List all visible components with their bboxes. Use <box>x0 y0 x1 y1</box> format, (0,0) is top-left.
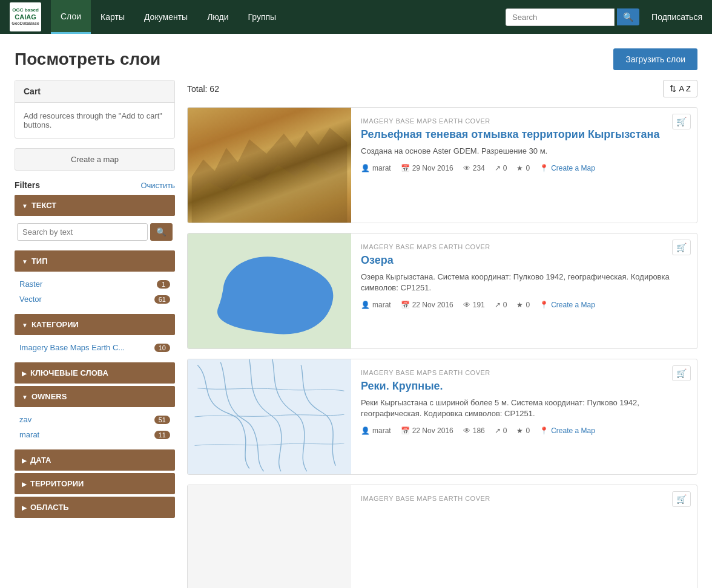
filter-date-section: ДАТА <box>15 449 175 471</box>
filter-type-section: ТИП Raster 1 Vector 61 <box>15 250 175 312</box>
layer-info: IMAGERY BASE MAPS EARTH COVER Рельефная … <box>351 108 697 223</box>
add-to-cart-button[interactable]: 🛒 <box>672 491 691 507</box>
vector-filter-link[interactable]: Vector <box>19 295 42 304</box>
meta-date: 📅 29 Nov 2016 <box>401 164 453 172</box>
layer-thumbnail <box>188 234 351 348</box>
layer-card: IMAGERY BASE MAPS EARTH COVER 🛒 <box>187 485 697 588</box>
filter-keywords-header[interactable]: КЛЮЧЕВЫЕ СЛОВА <box>15 362 175 384</box>
meta-shares: ↗ 0 <box>495 164 507 172</box>
imagery-count-badge: 10 <box>154 344 170 352</box>
raster-filter-link[interactable]: Raster <box>19 279 42 289</box>
add-to-cart-button[interactable]: 🛒 <box>672 365 691 381</box>
clear-filters-link[interactable]: Очистить <box>140 181 175 190</box>
layer-category: IMAGERY BASE MAPS EARTH COVER <box>361 117 687 125</box>
add-to-cart-button[interactable]: 🛒 <box>672 240 691 255</box>
user-icon: 👤 <box>361 164 370 172</box>
zav-count-badge: 51 <box>154 416 170 424</box>
filter-categories-header[interactable]: КАТЕГОРИИ <box>15 314 175 335</box>
nav-links: Слои Карты Документы Люди Группы <box>51 0 286 34</box>
nav-people[interactable]: Люди <box>197 0 238 34</box>
filter-territories-header[interactable]: ТЕРРИТОРИИ <box>15 473 175 494</box>
logo-top: OGC based <box>12 7 39 13</box>
star-icon: ★ <box>516 426 523 435</box>
star-icon: ★ <box>516 301 523 309</box>
layer-description: Создана на основе Aster GDEM. Разрешение… <box>361 146 687 157</box>
create-map-link[interactable]: Create a Map <box>551 426 595 435</box>
calendar-icon: 📅 <box>401 301 410 309</box>
layer-category: IMAGERY BASE MAPS EARTH COVER <box>361 495 687 502</box>
meta-shares: ↗ 0 <box>495 301 507 309</box>
create-map-link[interactable]: Create a Map <box>551 301 595 309</box>
filter-region-section: ОБЛАСТЬ <box>15 497 175 518</box>
filter-territories-section: ТЕРРИТОРИИ <box>15 473 175 494</box>
filter-region-header[interactable]: ОБЛАСТЬ <box>15 497 175 518</box>
sidebar: Cart Add resources through the "Add to c… <box>15 80 175 588</box>
create-map-link[interactable]: Create a Map <box>551 164 595 172</box>
calendar-icon: 📅 <box>401 426 410 435</box>
logo[interactable]: OGC based CAIAG GeoDataBase <box>10 2 41 31</box>
add-to-cart-button[interactable]: 🛒 <box>672 114 691 129</box>
total-count: Total: 62 <box>187 84 219 94</box>
share-icon: ↗ <box>495 301 501 309</box>
layer-meta: 👤 marat 📅 22 Nov 2016 👁 186 ↗ 0 ★ 0 📍 <box>361 426 687 435</box>
filters-label: Filters <box>15 180 40 190</box>
layer-info: IMAGERY BASE MAPS EARTH COVER Озера Озер… <box>351 234 697 348</box>
cart-box: Cart Add resources through the "Add to c… <box>15 80 175 139</box>
content-area: Cart Add resources through the "Add to c… <box>0 80 712 588</box>
filter-type-header[interactable]: ТИП <box>15 250 175 272</box>
create-map-button[interactable]: Create a map <box>15 148 175 171</box>
logo-sub: GeoDataBase <box>12 21 39 26</box>
chevron-down-icon <box>22 256 28 266</box>
search-button[interactable]: 🔍 <box>617 8 639 25</box>
layer-meta: 👤 marat 📅 29 Nov 2016 👁 234 ↗ 0 ★ 0 📍 <box>361 164 687 172</box>
nav-layers[interactable]: Слои <box>51 0 91 34</box>
layer-thumbnail <box>188 108 351 223</box>
layer-thumbnail <box>188 485 351 588</box>
filter-owners-header[interactable]: OWNERS <box>15 386 175 407</box>
cart-icon: 🛒 <box>676 117 687 126</box>
text-search-input[interactable] <box>17 223 148 241</box>
nav-groups[interactable]: Группы <box>239 0 286 34</box>
search-input[interactable] <box>506 8 615 26</box>
sort-label: A Z <box>679 84 691 93</box>
layer-card: IMAGERY BASE MAPS EARTH COVER Реки. Круп… <box>187 359 697 475</box>
user-icon: 👤 <box>361 301 370 309</box>
nav-search-area: 🔍 <box>506 8 639 26</box>
search-icon: 🔍 <box>156 227 166 237</box>
marat-owner-link[interactable]: marat <box>19 430 39 439</box>
layer-meta: 👤 marat 📅 22 Nov 2016 👁 191 ↗ 0 ★ 0 📍 <box>361 301 687 309</box>
meta-stars: ★ 0 <box>516 301 530 309</box>
cart-body: Add resources through the "Add to cart" … <box>15 103 174 138</box>
nav-maps[interactable]: Карты <box>91 0 134 34</box>
meta-stars: ★ 0 <box>516 426 530 435</box>
text-search-row: 🔍 <box>17 221 173 243</box>
layer-title[interactable]: Рельефная теневая отмывка территории Кыр… <box>361 128 687 141</box>
filter-type-body: Raster 1 Vector 61 <box>15 272 175 312</box>
cart-title: Cart <box>15 80 174 103</box>
subscribe-link[interactable]: Подписаться <box>651 12 702 22</box>
layer-card: IMAGERY BASE MAPS EARTH COVER Озера Озер… <box>187 233 697 349</box>
nav-documents[interactable]: Документы <box>134 0 197 34</box>
text-search-button[interactable]: 🔍 <box>150 223 173 241</box>
filter-keywords-section: КЛЮЧЕВЫЕ СЛОВА <box>15 362 175 384</box>
logo-brand: CAIAG <box>12 13 39 21</box>
layer-title[interactable]: Реки. Крупные. <box>361 380 687 393</box>
layer-info: IMAGERY BASE MAPS EARTH COVER <box>351 485 697 588</box>
layer-thumbnail <box>188 359 351 474</box>
layers-container: IMAGERY BASE MAPS EARTH COVER Рельефная … <box>187 107 697 588</box>
layer-card: IMAGERY BASE MAPS EARTH COVER Рельефная … <box>187 107 697 223</box>
filter-text-section: ТЕКСТ 🔍 <box>15 195 175 248</box>
search-icon: 🔍 <box>623 12 633 22</box>
imagery-category-link[interactable]: Imagery Base Maps Earth C... <box>19 343 125 352</box>
page-title: Посмотреть слои <box>15 50 160 69</box>
zav-owner-link[interactable]: zav <box>19 415 31 424</box>
results-header: Total: 62 ⇅ A Z <box>187 80 697 97</box>
upload-button[interactable]: Загрузить слои <box>613 48 697 70</box>
filter-text-header[interactable]: ТЕКСТ <box>15 195 175 216</box>
filter-date-header[interactable]: ДАТА <box>15 449 175 471</box>
cart-icon: 🛒 <box>676 243 687 252</box>
eye-icon: 👁 <box>463 426 470 435</box>
sort-button[interactable]: ⇅ A Z <box>663 80 697 97</box>
filters-header: Filters Очистить <box>15 180 175 190</box>
layer-title[interactable]: Озера <box>361 254 687 267</box>
